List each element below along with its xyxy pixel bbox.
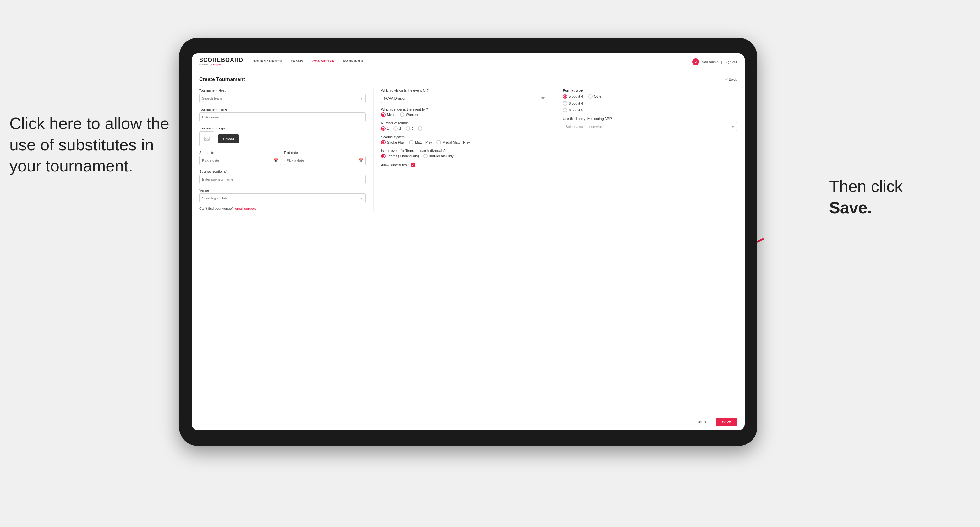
rounds-2-radio[interactable] bbox=[393, 126, 398, 131]
gender-radio-group: Mens Womens bbox=[381, 113, 548, 117]
scoring-stroke[interactable]: Stroke Play bbox=[381, 140, 405, 144]
nav-rankings[interactable]: RANKINGS bbox=[343, 59, 363, 64]
venue-input[interactable] bbox=[199, 194, 366, 203]
nav-teams[interactable]: TEAMS bbox=[291, 59, 304, 64]
format-6count4-radio[interactable] bbox=[563, 101, 567, 106]
end-date-input[interactable] bbox=[284, 156, 366, 165]
email-support-link[interactable]: email support bbox=[235, 206, 256, 210]
event-type-label: Is this event for Teams and/or Individua… bbox=[381, 149, 548, 152]
back-link[interactable]: < Back bbox=[725, 77, 737, 82]
substitutes-group: Allow substitutes? ✓ bbox=[381, 163, 548, 167]
nav-separator: | bbox=[721, 60, 722, 64]
format-5count4[interactable]: 5 count 4 bbox=[563, 94, 583, 98]
event-type-individuals-radio[interactable] bbox=[423, 154, 428, 158]
start-date-input[interactable] bbox=[199, 156, 281, 165]
rounds-3-radio[interactable] bbox=[406, 126, 410, 131]
format-row-1: 5 count 4 Other bbox=[563, 94, 737, 98]
logo-placeholder-box bbox=[199, 131, 214, 146]
format-type-group: Format type 5 count 4 bbox=[563, 89, 737, 113]
scoring-stroke-radio[interactable] bbox=[381, 140, 385, 144]
scoring-service-select[interactable]: Select a scoring service bbox=[563, 122, 737, 131]
logo-powered: Powered by clippd bbox=[199, 63, 243, 66]
image-icon bbox=[204, 136, 210, 142]
gender-mens-radio[interactable] bbox=[381, 113, 385, 117]
tournament-host-input[interactable] bbox=[199, 94, 366, 103]
sponsor-input[interactable] bbox=[199, 175, 366, 184]
tournament-host-label: Tournament Host bbox=[199, 89, 366, 92]
tournament-logo-label: Tournament logo bbox=[199, 126, 366, 130]
format-options: 5 count 4 Other 6 count 4 bbox=[563, 94, 737, 113]
gender-mens[interactable]: Mens bbox=[381, 113, 396, 117]
upload-button[interactable]: Upload bbox=[218, 135, 239, 143]
gender-womens-radio[interactable] bbox=[400, 113, 404, 117]
event-type-teams[interactable]: Teams (+Individuals) bbox=[381, 154, 419, 158]
rounds-2[interactable]: 2 bbox=[393, 126, 401, 131]
form-section-right: Format type 5 count 4 bbox=[563, 89, 737, 211]
start-date-label: Start date bbox=[199, 151, 281, 154]
scoring-match[interactable]: Match Play bbox=[409, 140, 432, 144]
tournament-host-group: Tournament Host ▼ bbox=[199, 89, 366, 103]
form-section-middle: Which division is the event for? NCAA Di… bbox=[381, 89, 555, 211]
end-date-group: End date 📅 bbox=[284, 151, 366, 165]
division-select[interactable]: NCAA Division I bbox=[381, 94, 548, 103]
format-6count5-radio[interactable] bbox=[563, 108, 567, 113]
gender-group: Which gender is the event for? Mens Wome bbox=[381, 107, 548, 117]
annotation-left: Click here to allow the use of substitut… bbox=[10, 113, 185, 177]
page-footer: Cancel Save bbox=[192, 414, 745, 430]
nav-tournaments[interactable]: TOURNAMENTS bbox=[253, 59, 282, 64]
event-type-teams-radio[interactable] bbox=[381, 154, 385, 158]
allow-substitutes-checkbox[interactable]: ✓ bbox=[410, 163, 415, 167]
logo-area: SCOREBOARD Powered by clippd bbox=[199, 57, 243, 66]
save-button[interactable]: Save bbox=[716, 418, 737, 427]
format-6count5[interactable]: 6 count 5 bbox=[563, 108, 737, 113]
end-date-calendar-icon: 📅 bbox=[358, 158, 363, 163]
rounds-3[interactable]: 3 bbox=[406, 126, 414, 131]
tablet-device: SCOREBOARD Powered by clippd TOURNAMENTS… bbox=[179, 38, 757, 446]
annotation-right: Then click Save. bbox=[829, 176, 961, 218]
division-label: Which division is the event for? bbox=[381, 89, 548, 92]
date-row: Start date 📅 End date 📅 bbox=[199, 151, 366, 165]
event-type-radio-group: Teams (+Individuals) Individuals Only bbox=[381, 154, 548, 158]
scoring-medal-radio[interactable] bbox=[436, 140, 441, 144]
user-name: blair admin bbox=[702, 60, 719, 64]
page-title: Create Tournament bbox=[199, 77, 245, 82]
rounds-4[interactable]: 4 bbox=[418, 126, 426, 131]
rounds-4-radio[interactable] bbox=[418, 126, 422, 131]
scoring-medal[interactable]: Medal Match Play bbox=[436, 140, 470, 144]
format-other-radio[interactable] bbox=[588, 94, 593, 98]
event-type-group: Is this event for Teams and/or Individua… bbox=[381, 149, 548, 158]
tournament-name-group: Tournament name bbox=[199, 107, 366, 122]
rounds-group: Number of rounds 1 2 bbox=[381, 121, 548, 131]
tournament-name-label: Tournament name bbox=[199, 107, 366, 111]
event-type-individuals[interactable]: Individuals Only bbox=[423, 154, 454, 158]
sign-out-link[interactable]: Sign out bbox=[725, 60, 737, 64]
end-date-wrap: 📅 bbox=[284, 156, 366, 165]
format-type-label: Format type bbox=[563, 89, 737, 92]
host-chevron-icon: ▼ bbox=[360, 97, 363, 100]
format-5count4-radio[interactable] bbox=[563, 94, 567, 98]
gender-womens[interactable]: Womens bbox=[400, 113, 420, 117]
logo-scoreboard: SCOREBOARD bbox=[199, 57, 243, 63]
gender-label: Which gender is the event for? bbox=[381, 107, 548, 111]
logo-upload-area: Upload bbox=[199, 131, 366, 146]
start-date-group: Start date 📅 bbox=[199, 151, 281, 165]
nav-right: B blair admin | Sign out bbox=[692, 59, 737, 65]
format-other[interactable]: Other bbox=[588, 94, 603, 98]
venue-help: Can't find your venue? email support bbox=[199, 205, 366, 211]
tournament-name-input[interactable] bbox=[199, 113, 366, 122]
allow-substitutes-label: Allow substitutes? bbox=[381, 163, 409, 167]
scoring-api-label: Use third-party live scoring API? bbox=[563, 117, 737, 121]
cancel-button[interactable]: Cancel bbox=[693, 418, 712, 426]
page-content: Create Tournament < Back Tournament Host… bbox=[192, 70, 745, 414]
rounds-1[interactable]: 1 bbox=[381, 126, 389, 131]
allow-substitutes-row[interactable]: Allow substitutes? ✓ bbox=[381, 163, 548, 167]
nav-links: TOURNAMENTS TEAMS COMMITTEE RANKINGS bbox=[253, 59, 692, 64]
rounds-1-radio[interactable] bbox=[381, 126, 385, 131]
format-6count4[interactable]: 6 count 4 bbox=[563, 101, 737, 106]
sponsor-label: Sponsor (optional) bbox=[199, 170, 366, 173]
user-avatar: B bbox=[692, 59, 699, 65]
dates-group: Start date 📅 End date 📅 bbox=[199, 151, 366, 165]
nav-committee[interactable]: COMMITTEE bbox=[312, 59, 335, 64]
scoring-match-radio[interactable] bbox=[409, 140, 414, 144]
venue-label: Venue bbox=[199, 189, 366, 192]
